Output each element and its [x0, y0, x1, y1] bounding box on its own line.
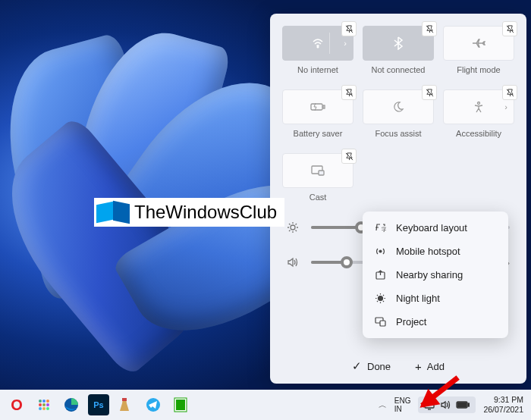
menu-nearby-sharing[interactable]: Nearby sharing	[367, 263, 504, 287]
brightness-icon	[287, 221, 300, 234]
menu-mobile-hotspot[interactable]: Mobile hotspot	[367, 240, 504, 263]
keyboard-icon: 字	[375, 222, 387, 234]
svg-point-8	[379, 250, 382, 252]
telegram-icon[interactable]	[143, 394, 164, 415]
unpin-button[interactable]	[502, 21, 517, 36]
svg-rect-29	[457, 403, 467, 407]
checkmark-icon: ✓	[352, 359, 362, 373]
speaker-icon	[287, 256, 300, 268]
all-apps-icon[interactable]	[33, 394, 55, 415]
tile-flight-mode: Flight mode	[443, 26, 514, 74]
cast-icon	[311, 165, 325, 176]
menu-item-label: Mobile hotspot	[396, 246, 460, 257]
opera-icon[interactable]: O	[6, 394, 27, 415]
svg-point-19	[39, 407, 42, 410]
svg-point-13	[39, 400, 42, 403]
tile-focus-assist: Focus assist	[363, 89, 434, 138]
tile-label: No internet	[282, 65, 353, 74]
svg-rect-23	[122, 398, 127, 401]
svg-point-18	[46, 403, 49, 406]
moon-icon	[392, 101, 404, 113]
svg-point-0	[317, 46, 319, 48]
unpin-button[interactable]	[422, 21, 437, 36]
taskbar-system-tray: ︿ ENG IN 9:31 PM 26/07/2021	[379, 395, 531, 414]
unpin-button[interactable]	[341, 149, 357, 164]
add-button[interactable]: + Add	[415, 359, 445, 373]
tile-accessibility: › Accessibility	[443, 89, 514, 138]
menu-keyboard-layout[interactable]: 字 Keyboard layout	[367, 216, 504, 240]
svg-point-10	[379, 296, 383, 301]
unpin-button[interactable]	[341, 85, 357, 100]
tile-label: Battery saver	[282, 129, 353, 138]
svg-rect-2	[323, 105, 325, 108]
nightlight-icon	[375, 293, 387, 304]
unpin-button[interactable]	[341, 21, 357, 36]
quick-settings-panel: › No internet Not connected	[270, 14, 526, 384]
plus-icon: +	[415, 360, 422, 373]
quick-settings-grid: › No internet Not connected	[282, 26, 514, 202]
svg-point-14	[42, 400, 46, 403]
done-label: Done	[367, 361, 391, 372]
taskbar-apps: O Ps	[0, 394, 191, 415]
tile-label: Not connected	[363, 65, 434, 74]
tile-label: Cast	[282, 193, 353, 202]
menu-item-label: Nearby sharing	[396, 269, 463, 281]
tile-label: Flight mode	[443, 65, 514, 74]
chevron-right-icon: ›	[504, 102, 507, 111]
tile-label: Focus assist	[363, 129, 434, 138]
tile-label: Accessibility	[443, 129, 514, 138]
done-button[interactable]: ✓ Done	[352, 359, 391, 373]
share-icon	[375, 269, 387, 281]
accessibility-icon	[473, 101, 485, 113]
svg-point-20	[42, 407, 46, 410]
volume-icon	[440, 400, 451, 410]
quick-settings-footer: ✓ Done + Add	[270, 359, 526, 373]
svg-point-15	[46, 400, 49, 403]
clock[interactable]: 9:31 PM 26/07/2021	[483, 395, 523, 414]
battery-icon	[456, 401, 470, 409]
watermark-logo-icon	[96, 200, 130, 224]
tile-wifi: › No internet	[282, 26, 353, 74]
svg-rect-30	[468, 403, 470, 406]
chevron-right-icon: ›	[344, 39, 347, 48]
svg-point-6	[291, 225, 295, 230]
ccleaner-icon[interactable]	[115, 394, 137, 415]
menu-item-label: Project	[396, 316, 426, 328]
edge-icon[interactable]	[61, 394, 82, 415]
watermark-badge: TheWindowsClub	[94, 198, 284, 227]
svg-text:字: 字	[382, 227, 386, 232]
menu-project[interactable]: Project	[367, 310, 504, 334]
svg-rect-5	[319, 171, 324, 175]
menu-item-label: Night light	[396, 293, 440, 304]
svg-point-17	[42, 403, 46, 406]
tile-cast: Cast	[282, 153, 353, 202]
watermark-text: TheWindowsClub	[134, 202, 277, 223]
unpin-button[interactable]	[422, 85, 437, 100]
wifi-icon	[312, 37, 324, 49]
menu-night-light[interactable]: Night light	[367, 287, 504, 310]
menu-item-label: Keyboard layout	[396, 222, 467, 234]
libreoffice-icon[interactable]	[170, 394, 191, 415]
taskbar: O Ps ︿ ENG IN	[0, 390, 531, 420]
hotspot-icon	[375, 246, 387, 257]
svg-rect-26	[176, 400, 185, 410]
add-menu-flyout: 字 Keyboard layout Mobile hotspot Nearby …	[363, 212, 508, 338]
add-label: Add	[427, 361, 445, 372]
svg-rect-12	[380, 321, 385, 326]
bluetooth-icon	[393, 36, 404, 50]
unpin-button[interactable]	[502, 85, 517, 100]
language-indicator[interactable]: ENG IN	[394, 396, 411, 413]
svg-point-16	[39, 403, 42, 406]
battery-icon	[310, 102, 325, 111]
svg-point-21	[46, 407, 49, 410]
project-icon	[375, 316, 387, 328]
tray-overflow-icon[interactable]: ︿	[379, 400, 387, 411]
tile-battery-saver: Battery saver	[282, 89, 353, 138]
airplane-icon	[472, 37, 485, 49]
svg-point-3	[478, 102, 480, 105]
tile-bluetooth: Not connected	[363, 26, 434, 74]
photoshop-icon[interactable]: Ps	[88, 394, 109, 415]
